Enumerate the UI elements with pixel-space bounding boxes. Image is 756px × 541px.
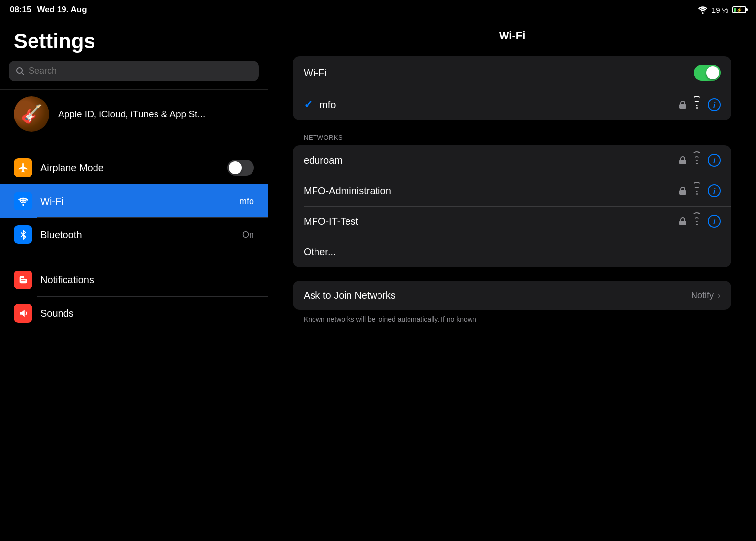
sidebar-item-notifications[interactable]: Notifications — [0, 263, 268, 297]
sounds-icon — [14, 304, 32, 323]
networks-card: eduroam i MFO-Admini — [293, 145, 731, 267]
eduroam-icons: i — [679, 154, 721, 167]
wifi-main-toggle[interactable] — [694, 65, 721, 81]
airplane-mode-icon — [14, 158, 32, 177]
ask-to-join-description: Known networks will be joined automatica… — [293, 315, 731, 331]
bluetooth-icon — [14, 225, 32, 244]
search-icon — [16, 67, 25, 76]
wifi-current-network: mfo — [239, 196, 254, 207]
left-panel: Settings Apple ID, iCloud, iTunes & App … — [0, 20, 268, 541]
mfo-it-test-wifi-signal — [692, 217, 702, 225]
wifi-label: Wi-Fi — [40, 196, 231, 207]
network-row-mfo-it-test[interactable]: MFO-IT-Test i — [293, 206, 731, 237]
profile-label: Apple ID, iCloud, iTunes & App St... — [58, 109, 205, 120]
bluetooth-label: Bluetooth — [40, 229, 234, 240]
right-panel: Wi-Fi Wi-Fi ✓ mfo — [268, 20, 756, 541]
avatar — [14, 96, 49, 132]
eduroam-info-button[interactable]: i — [708, 154, 721, 167]
status-date: Wed 19. Aug — [37, 5, 87, 15]
status-time: 08:15 — [10, 5, 31, 15]
network-name-mfo-admin: MFO-Administration — [304, 185, 679, 197]
sidebar-item-wifi[interactable]: Wi-Fi mfo — [0, 184, 268, 218]
wifi-toggle-row[interactable]: Wi-Fi — [293, 56, 731, 90]
ask-to-join-value: Notify — [691, 290, 714, 301]
search-input[interactable] — [29, 66, 252, 76]
connected-network-icons: i — [679, 98, 721, 111]
battery-percent: 19 % — [712, 6, 728, 14]
network-name-mfo-it-test: MFO-IT-Test — [304, 216, 679, 227]
mfo-admin-lock-icon — [679, 187, 686, 195]
eduroam-lock-icon — [679, 156, 686, 164]
sounds-label: Sounds — [40, 308, 254, 319]
networks-section-header: NETWORKS — [293, 134, 731, 141]
profile-row[interactable]: Apple ID, iCloud, iTunes & App St... — [0, 89, 268, 139]
mfo-admin-icons: i — [679, 184, 721, 197]
svg-rect-7 — [21, 280, 25, 281]
mfo-admin-info-button[interactable]: i — [708, 184, 721, 197]
connected-checkmark: ✓ — [304, 98, 313, 111]
status-left: 08:15 Wed 19. Aug — [10, 5, 87, 15]
mfo-it-test-info-button[interactable]: i — [708, 215, 721, 228]
sidebar-item-bluetooth[interactable]: Bluetooth On — [0, 218, 268, 251]
wifi-page-title: Wi-Fi — [293, 30, 731, 42]
settings-title: Settings — [0, 20, 268, 61]
battery-indicator: ⚡ — [732, 6, 746, 13]
svg-point-5 — [24, 275, 28, 279]
notifications-label: Notifications — [40, 274, 254, 286]
svg-point-3 — [22, 204, 24, 206]
settings-group-system: Notifications Sounds — [0, 263, 268, 330]
lock-icon — [679, 101, 686, 109]
bluetooth-value: On — [242, 230, 254, 240]
airplane-mode-toggle[interactable] — [227, 160, 254, 176]
search-bar[interactable] — [9, 61, 259, 81]
main-layout: Settings Apple ID, iCloud, iTunes & App … — [0, 20, 756, 541]
status-right: 19 % ⚡ — [698, 6, 746, 14]
wifi-icon — [14, 192, 32, 210]
mfo-admin-wifi-signal — [692, 187, 702, 195]
connected-network-name: mfo — [319, 99, 679, 111]
wifi-toggle-label: Wi-Fi — [304, 67, 694, 79]
wifi-status-icon — [698, 6, 708, 14]
wifi-toggle-card: Wi-Fi ✓ mfo — [293, 56, 731, 120]
connected-wifi-signal — [692, 101, 702, 109]
mfo-it-test-lock-icon — [679, 217, 686, 225]
ask-to-join-chevron: › — [718, 290, 721, 301]
connected-network-row[interactable]: ✓ mfo i — [293, 90, 731, 120]
notifications-icon — [14, 270, 32, 289]
status-bar: 08:15 Wed 19. Aug 19 % ⚡ — [0, 0, 756, 20]
svg-marker-8 — [20, 310, 25, 317]
network-row-other[interactable]: Other... — [293, 237, 731, 267]
svg-line-2 — [22, 72, 24, 75]
svg-point-0 — [702, 12, 703, 14]
sidebar-item-sounds[interactable]: Sounds — [0, 297, 268, 330]
eduroam-wifi-signal — [692, 156, 702, 164]
sidebar-item-airplane-mode[interactable]: Airplane Mode — [0, 151, 268, 184]
svg-rect-6 — [21, 278, 24, 279]
airplane-mode-label: Airplane Mode — [40, 162, 220, 174]
network-row-eduroam[interactable]: eduroam i — [293, 145, 731, 176]
settings-group-connectivity: Airplane Mode Wi-Fi mfo — [0, 151, 268, 251]
network-row-mfo-admin[interactable]: MFO-Administration i — [293, 176, 731, 206]
ask-to-join-row[interactable]: Ask to Join Networks Notify › — [293, 281, 731, 310]
connected-info-button[interactable]: i — [708, 98, 721, 111]
ask-to-join-label: Ask to Join Networks — [304, 290, 691, 301]
mfo-it-test-icons: i — [679, 215, 721, 228]
network-name-eduroam: eduroam — [304, 155, 679, 166]
ask-to-join-card: Ask to Join Networks Notify › — [293, 281, 731, 310]
network-name-other: Other... — [304, 246, 721, 258]
